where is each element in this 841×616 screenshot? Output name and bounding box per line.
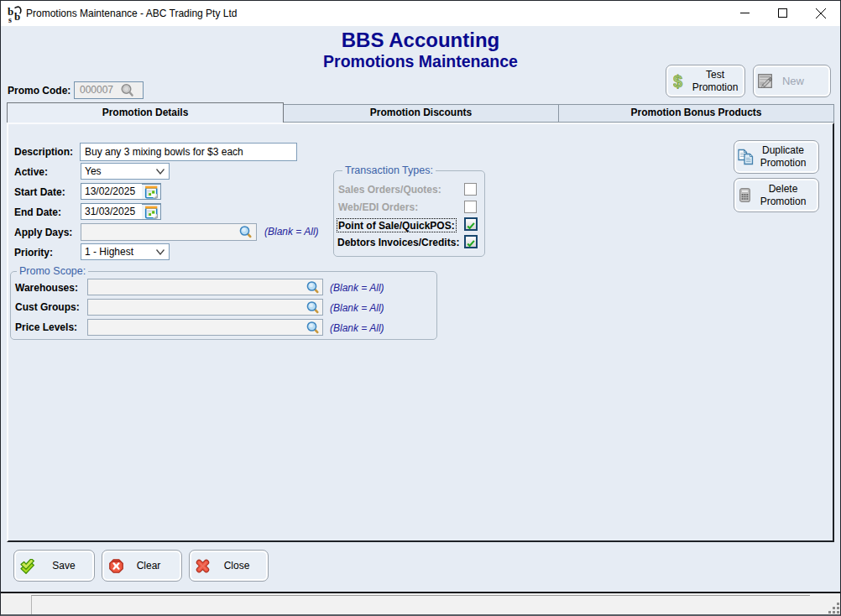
svg-text:b: b <box>14 10 20 23</box>
svg-text:s: s <box>8 15 12 23</box>
svg-text:$: $ <box>673 72 682 91</box>
